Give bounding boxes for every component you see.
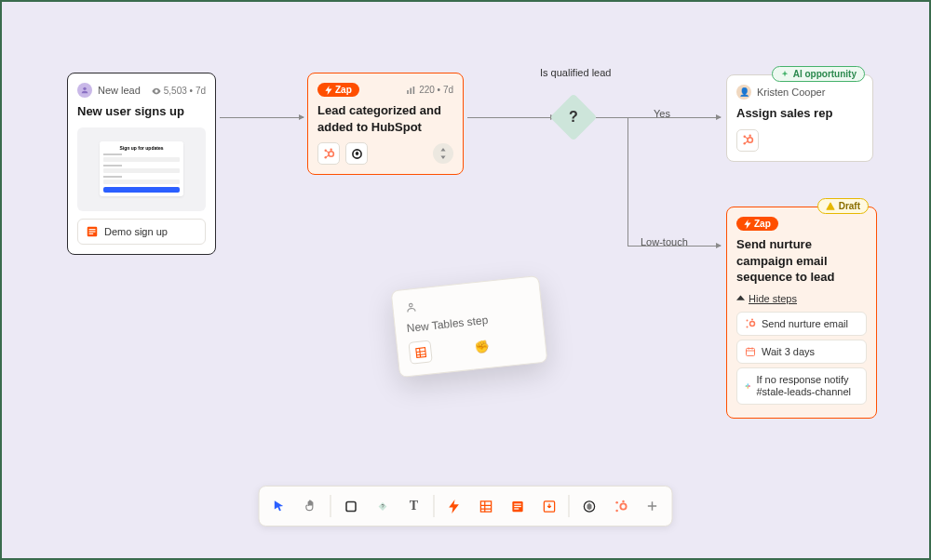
svg-point-53 [615,500,618,503]
edge-low: Low-touch [641,236,688,247]
hubspot-icon [317,142,340,165]
connector [467,117,555,118]
slack-icon [745,380,750,392]
tool-cursor[interactable] [265,492,293,520]
card-title: New user signs up [77,103,206,120]
card-title: Assign sales rep [736,105,863,122]
svg-rect-47 [514,503,521,504]
svg-rect-5 [408,90,410,94]
chip-label: Demo sign up [104,226,168,237]
svg-rect-26 [747,348,755,355]
tool-form[interactable] [504,492,532,520]
ai-opportunity-badge: AI opportunity [772,66,865,82]
openai-icon [345,142,368,165]
connector [220,117,304,118]
svg-point-52 [620,503,626,509]
svg-rect-31 [746,385,748,386]
svg-rect-32 [748,386,749,388]
tool-zap[interactable] [440,492,468,520]
table-icon [408,340,432,364]
svg-line-37 [416,353,425,354]
svg-text:?: ? [381,503,384,509]
svg-rect-2 [89,229,96,230]
draft-badge: Draft [817,198,869,214]
edge-yes: Yes [654,108,670,119]
svg-rect-3 [89,231,96,232]
step-label: If no response notify #stale-leads-chann… [756,374,858,398]
tool-add[interactable] [639,492,667,520]
toolbar: ? T [259,486,673,527]
card-nurture[interactable]: Draft Zap Send nurture campaign email se… [726,207,877,419]
svg-point-25 [751,318,753,320]
hide-steps-toggle[interactable]: Hide steps [736,293,867,304]
svg-rect-7 [413,87,415,94]
svg-rect-35 [415,347,425,357]
zap-badge: Zap [736,217,778,231]
svg-point-24 [747,326,749,327]
step-row[interactable]: Wait 3 days [736,340,867,364]
separator [569,495,570,517]
svg-point-54 [615,509,618,512]
zap-badge: Zap [317,83,359,97]
connector [627,117,628,246]
svg-point-8 [328,151,332,155]
connector [627,117,721,118]
card-tag: New lead [98,85,141,96]
svg-line-36 [416,351,425,352]
tool-hubspot[interactable] [607,492,635,520]
svg-point-22 [750,321,755,326]
svg-rect-6 [411,88,412,94]
owner-name: Kristen Cooper [757,87,825,98]
separator [331,495,331,517]
step-label: Send nurture email [762,318,848,329]
card-title: Lead categorized and added to HubSpot [317,102,453,135]
card-categorize[interactable]: Zap 220 • 7d Lead categorized and added … [307,73,464,175]
card-assign[interactable]: AI opportunity 👤 Kristen Cooper Assign s… [726,74,873,162]
step-row[interactable]: If no response notify #stale-leads-chann… [736,367,867,405]
user-icon [77,83,92,98]
form-preview: Sign up for updates [77,127,206,211]
floating-card-tables[interactable]: New Tables step ✊ [391,275,548,378]
svg-rect-33 [748,385,749,386]
svg-rect-4 [89,233,94,233]
tool-rectangle[interactable] [337,492,365,520]
decision-label: Is qualified lead [540,67,611,78]
card-title: Send nurture campaign email sequence to … [736,236,867,286]
separator [434,495,435,517]
step-row[interactable]: Send nurture email [736,312,867,336]
card-meta: 220 • 7d [407,85,453,95]
decision-node[interactable]: ? [550,94,598,141]
tool-table[interactable] [472,492,500,520]
tool-openai[interactable] [575,492,603,520]
tool-import[interactable] [535,492,563,520]
step-label: Wait 3 days [762,346,815,357]
card-new-lead[interactable]: New lead 5,503 • 7d New user signs up Si… [67,73,216,255]
svg-rect-39 [346,501,356,511]
svg-point-55 [622,500,625,502]
user-icon [404,300,418,314]
svg-point-15 [747,138,751,142]
calendar-icon [745,346,756,357]
svg-rect-42 [480,500,491,511]
tool-decision[interactable]: ? [369,492,397,520]
tool-hand[interactable] [297,492,325,520]
decision-symbol: ? [569,109,578,126]
cursor-grab-icon: ✊ [473,338,489,353]
expand-button[interactable] [433,143,453,164]
svg-rect-30 [748,383,749,385]
hubspot-icon [736,129,759,152]
connector [596,117,627,118]
svg-rect-49 [514,508,519,509]
hubspot-icon [745,318,756,329]
card-meta: 5,503 • 7d [152,86,206,96]
chip-demo-signup[interactable]: Demo sign up [77,219,206,245]
svg-rect-48 [514,505,521,506]
form-icon [86,225,99,238]
avatar: 👤 [736,85,751,100]
svg-point-0 [83,87,86,90]
svg-line-38 [419,348,420,357]
svg-point-34 [409,303,412,307]
tool-text[interactable]: T [400,492,428,520]
svg-point-23 [747,319,749,321]
